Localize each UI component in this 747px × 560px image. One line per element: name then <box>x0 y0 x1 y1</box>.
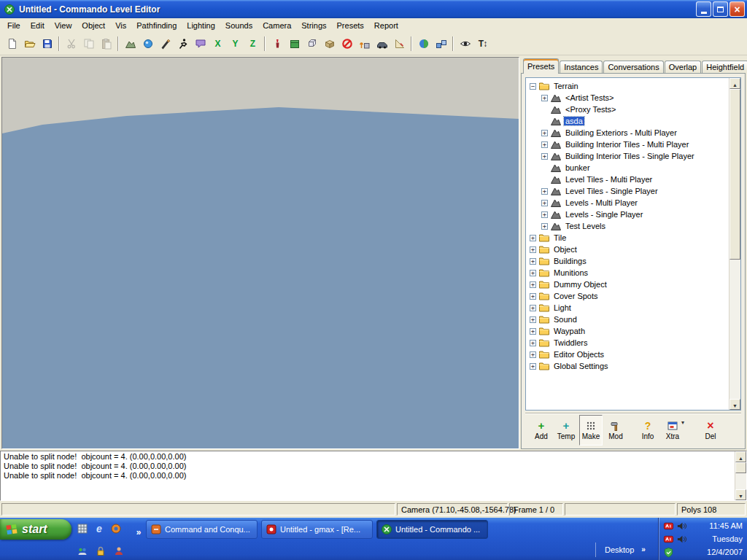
tree-item-buildings[interactable]: + Buildings <box>528 255 728 267</box>
scroll-down-button[interactable]: ▼ <box>729 399 740 410</box>
tree-item-dummy-object[interactable]: + Dummy Object <box>528 279 728 290</box>
log-scrollbar[interactable]: ▲ ▼ <box>735 451 746 500</box>
expander-icon[interactable]: + <box>530 351 536 358</box>
minimize-button[interactable] <box>696 1 711 17</box>
3d-viewport[interactable] <box>1 57 519 449</box>
maximize-button[interactable] <box>713 1 728 17</box>
tree-item-level-tiles-single-player[interactable]: + Level Tiles - Single Player <box>528 185 728 197</box>
expander-icon[interactable]: + <box>541 211 548 218</box>
toolbar-button[interactable]: X <box>209 36 226 52</box>
toolbar-button[interactable] <box>139 36 156 52</box>
expander-icon[interactable]: + <box>530 328 536 335</box>
start-button[interactable]: start <box>0 519 71 540</box>
tree-item-sound[interactable]: + Sound <box>528 314 728 325</box>
toolbar-button[interactable] <box>122 36 139 52</box>
ati-icon[interactable] <box>663 521 674 532</box>
tree-item-tile[interactable]: + Tile <box>528 232 728 244</box>
menu-item-camera[interactable]: Camera <box>258 20 296 31</box>
toolbar-button[interactable] <box>286 36 303 52</box>
toolbar-button[interactable] <box>338 36 355 52</box>
menu-item-pathfinding[interactable]: Pathfinding <box>131 20 182 31</box>
tree-item-asda[interactable]: asda <box>528 115 728 127</box>
scroll-up-button[interactable]: ▲ <box>735 451 746 462</box>
quicklaunch-overflow-icon[interactable]: » <box>133 526 144 539</box>
panel-button-info[interactable]: ? ▾ Info <box>636 415 659 446</box>
toolbar-button[interactable] <box>21 36 38 52</box>
toolbar-button[interactable] <box>374 36 390 52</box>
toolbar-button[interactable] <box>39 36 55 52</box>
toolbar-button[interactable] <box>356 36 373 52</box>
scroll-track[interactable] <box>735 462 746 489</box>
toolbar-button[interactable] <box>457 36 473 52</box>
menu-item-lighting[interactable]: Lighting <box>182 20 220 31</box>
expander-icon[interactable]: + <box>541 200 548 206</box>
toolbar-button[interactable] <box>80 36 97 52</box>
quicklaunch-button[interactable] <box>112 545 125 558</box>
tree-item-proxy-tests[interactable]: <Proxy Tests> <box>528 104 728 115</box>
tree-item-waypath[interactable]: + Waypath <box>528 325 728 337</box>
tab-conversations[interactable]: Conversations <box>603 61 663 73</box>
tree-scrollbar[interactable]: ▲ ▼ <box>729 78 740 410</box>
tree-item-test-levels[interactable]: + Test Levels <box>528 220 728 232</box>
menu-item-object[interactable]: Object <box>77 20 110 31</box>
panel-button-temp[interactable]: + ▾ Temp <box>554 415 578 446</box>
expander-icon[interactable]: + <box>530 293 536 300</box>
tree-item-levels-multi-player[interactable]: + Levels - Multi Player <box>528 197 728 209</box>
menu-item-sounds[interactable]: Sounds <box>220 20 258 31</box>
toolbar-button[interactable] <box>415 36 432 52</box>
toolbar-button[interactable] <box>391 36 408 52</box>
tree-item-global-settings[interactable]: + Global Settings <box>528 360 728 372</box>
toolbar-button[interactable] <box>98 36 115 52</box>
scroll-down-button[interactable]: ▼ <box>735 489 746 500</box>
expander-icon[interactable]: + <box>530 305 536 311</box>
menu-item-view[interactable]: View <box>50 20 77 31</box>
desktop-overflow-icon[interactable]: » <box>641 544 646 556</box>
scroll-thumb[interactable] <box>735 462 746 473</box>
expander-icon[interactable]: + <box>541 141 548 148</box>
tab-instances[interactable]: Instances <box>560 61 603 73</box>
tree-item-building-interior-tiles-single-player[interactable]: + Building Interior Tiles - Single Playe… <box>528 150 728 162</box>
task-button-untitled-gmax-re[interactable]: Untitled - gmax - [Re... <box>261 520 373 539</box>
menu-item-presets[interactable]: Presets <box>332 20 369 31</box>
expander-icon[interactable]: + <box>530 246 536 253</box>
scroll-up-button[interactable]: ▲ <box>729 78 740 89</box>
tab-overlap[interactable]: Overlap <box>665 61 702 73</box>
tree-item-bunker[interactable]: bunker <box>528 162 728 174</box>
toolbar-button[interactable]: Y <box>227 36 244 52</box>
expander-icon[interactable]: + <box>530 340 536 346</box>
toolbar-button[interactable] <box>433 36 449 52</box>
panel-button-del[interactable]: × ▾ Del <box>699 415 722 446</box>
toolbar-button[interactable]: Z <box>244 36 261 52</box>
volume-icon[interactable] <box>676 534 687 545</box>
toolbar-button[interactable] <box>321 36 338 52</box>
task-button-untitled-commando[interactable]: Untitled - Commando ... <box>376 520 488 539</box>
tree-item-level-tiles-multi-player[interactable]: Level Tiles - Multi Player <box>528 174 728 185</box>
dropdown-arrow-icon[interactable]: ▾ <box>681 419 684 426</box>
panel-button-xtra[interactable]: ▾ Xtra <box>661 415 684 446</box>
tree-item-levels-single-player[interactable]: + Levels - Single Player <box>528 209 728 220</box>
expander-icon[interactable]: + <box>530 235 536 241</box>
expander-icon[interactable]: + <box>530 281 536 288</box>
expander-icon[interactable]: − <box>530 83 536 90</box>
scroll-thumb[interactable] <box>729 89 740 260</box>
volume-icon[interactable] <box>676 521 687 532</box>
expander-icon[interactable]: + <box>541 95 548 101</box>
quicklaunch-button[interactable]: e <box>93 522 106 535</box>
tree-item-twiddlers[interactable]: + Twiddlers <box>528 337 728 349</box>
toolbar-button[interactable] <box>174 36 191 52</box>
tab-heightfield[interactable]: Heightfield <box>702 61 747 73</box>
quicklaunch-button[interactable] <box>76 522 89 535</box>
menu-item-strings[interactable]: Strings <box>296 20 331 31</box>
tree-item-artist-tests[interactable]: + <Artist Tests> <box>528 92 728 104</box>
quicklaunch-button[interactable] <box>76 545 89 558</box>
expander-icon[interactable]: + <box>541 130 548 136</box>
menu-item-report[interactable]: Report <box>369 20 403 31</box>
tree-item-terrain[interactable]: − Terrain <box>528 80 728 92</box>
tree-item-object[interactable]: + Object <box>528 244 728 255</box>
toolbar-button[interactable] <box>63 36 80 52</box>
toolbar-button[interactable] <box>157 36 174 52</box>
toolbar-button[interactable] <box>4 36 20 52</box>
tree-item-building-exteriors-multi-player[interactable]: + Building Exteriors - Multi Player <box>528 127 728 139</box>
tree-item-light[interactable]: + Light <box>528 302 728 314</box>
tab-presets[interactable]: Presets <box>523 58 559 74</box>
